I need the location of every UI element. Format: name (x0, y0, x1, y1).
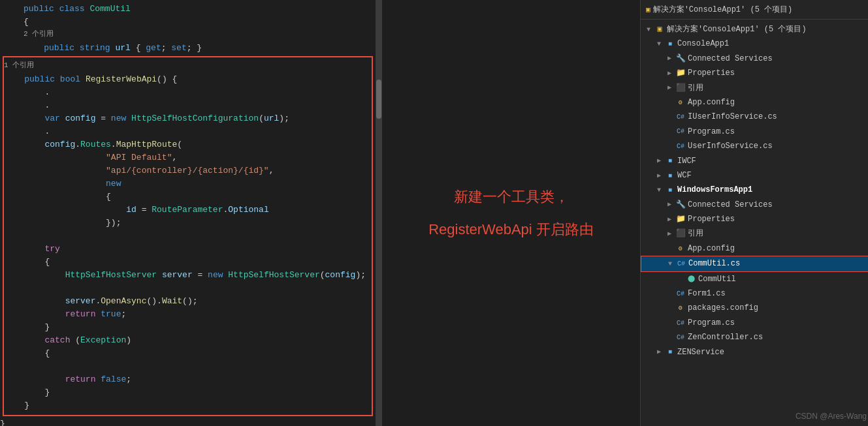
tree-item-properties2[interactable]: ▶ 📁 Properties (641, 212, 868, 226)
code-line: "api/{controller}/{action}/{id}", (4, 164, 372, 177)
ref1-label: 引用 (688, 82, 703, 95)
annotation-line1: 新建一个工具类， (454, 187, 569, 207)
tree-item-form1[interactable]: C# Form1.cs (641, 286, 868, 301)
form1-label: Form1.cs (688, 287, 726, 300)
cs-icon: C# (675, 141, 686, 152)
code-line: public string url { get; set; } (0, 42, 376, 55)
tree-item-solution[interactable]: ▼ ▣ 解决方案'ConsoleApp1' (5 个项目) (641, 22, 868, 37)
folder-icon: 📁 (675, 213, 686, 226)
expand-icon: ▼ (654, 185, 664, 196)
cs-icon: C# (675, 126, 686, 137)
properties1-label: Properties (688, 67, 735, 80)
config-icon: ⚙ (675, 303, 686, 314)
tree-item-connected1[interactable]: ▶ 🔧 Connected Services (641, 52, 868, 66)
code-line: 1 个引用 (4, 60, 372, 73)
expand-icon: ▼ (665, 258, 675, 269)
tree-item-iuserinfo[interactable]: C# IUserInfoService.cs (641, 110, 868, 124)
tree-item-appconfig1[interactable]: ⚙ App.config (641, 95, 868, 110)
tree-item-iwcf[interactable]: ▶ ■ IWCF (641, 154, 868, 168)
expand-icon: ▶ (664, 228, 675, 239)
tree-item-consoleapp1[interactable]: ▼ ■ ConsoleApp1 (641, 37, 868, 51)
tree-item-wcf[interactable]: ▶ ■ WCF (641, 168, 868, 183)
program2-label: Program.cs (688, 316, 735, 329)
code-line: config.Routes.MapHttpRoute( (4, 138, 372, 151)
code-line: public class CommUtil (0, 3, 376, 16)
scrollbar-track[interactable] (376, 0, 382, 426)
project-icon: ■ (664, 38, 676, 50)
expand-icon: ▶ (664, 82, 675, 93)
winforms-label: WindowsFormsApp1 (677, 183, 752, 196)
code-panel: public class CommUtil { 2 个引用 public str… (0, 0, 376, 426)
code-line: catch (Exception) (4, 334, 372, 347)
tree-item-properties1[interactable]: ▶ 📁 Properties (641, 66, 868, 80)
expand-icon: ▶ (654, 170, 664, 181)
cs-icon: C# (675, 288, 686, 299)
tree-item-ref1[interactable]: ▶ ⬛ 引用 (641, 81, 868, 95)
class-icon: ⬤ (685, 273, 697, 284)
solution-icon: ▣ (646, 5, 651, 14)
folder-icon: 📁 (675, 67, 686, 80)
connected1-label: Connected Services (688, 52, 773, 65)
code-line: } (0, 418, 376, 426)
packages-label: packages.config (688, 301, 758, 314)
code-line (4, 282, 372, 295)
tree-item-winforms[interactable]: ▼ ■ WindowsFormsApp1 (641, 183, 868, 197)
cs-icon: C# (675, 318, 686, 329)
scrollbar-thumb[interactable] (376, 80, 381, 119)
expand-icon: ▶ (654, 155, 664, 166)
project-icon: ■ (664, 170, 676, 181)
connected2-label: Connected Services (688, 198, 773, 211)
code-line: try (4, 243, 372, 256)
code-line (4, 360, 372, 373)
tree-item-zenservice[interactable]: ▶ ■ ZENService (641, 345, 868, 359)
tree-item-appconfig2[interactable]: ⚙ App.config (641, 241, 868, 256)
solution-label: 解决方案'ConsoleApp1' (5 个项目) (667, 23, 807, 36)
commutil-cs-label: CommUtil.cs (688, 257, 740, 270)
code-line: return false; (4, 373, 372, 386)
tree-item-commutil-cs[interactable]: ▼ C# CommUtil.cs (641, 256, 868, 271)
tree-item-connected2[interactable]: ▶ 🔧 Connected Services (641, 198, 868, 212)
properties2-label: Properties (688, 213, 735, 226)
explorer-header: ▣ 解决方案'ConsoleApp1' (5 个项目) (641, 0, 868, 20)
tree-item-program1[interactable]: C# Program.cs (641, 125, 868, 139)
code-line: { (4, 190, 372, 204)
code-line: "API Default", (4, 151, 372, 164)
program1-label: Program.cs (688, 125, 735, 138)
code-line: } (4, 399, 372, 412)
code-line: id = RouteParameter.Optional (4, 204, 372, 217)
code-line: new (4, 177, 372, 190)
consoleapp1-label: ConsoleApp1 (677, 37, 729, 50)
tree-item-commutil-cls[interactable]: ⬤ CommUtil (641, 272, 868, 286)
solution-icon: ▣ (654, 23, 666, 36)
code-line: HttpSelfHostServer server = new HttpSelf… (4, 269, 372, 282)
iwcf-label: IWCF (677, 155, 696, 168)
project-icon: ■ (664, 346, 676, 358)
wrench-icon: 🔧 (675, 198, 686, 211)
expand-icon: ▼ (654, 38, 664, 50)
zenservice-label: ZENService (677, 346, 724, 359)
appconfig1-label: App.config (688, 96, 735, 109)
project-icon: ■ (664, 185, 676, 196)
code-line: return true; (4, 308, 372, 321)
code-line: public bool RegisterWebApi() { (4, 73, 372, 86)
code-box: 1 个引用 public bool RegisterWebApi() { . .… (3, 56, 373, 416)
cs-icon: C# (675, 258, 687, 269)
tree-item-zencontroller[interactable]: C# ZenController.cs (641, 330, 868, 344)
tree-item-ref2[interactable]: ▶ ⬛ 引用 (641, 226, 868, 241)
watermark: CSDN @Ares-Wang (796, 412, 867, 421)
commutil-cls-label: CommUtil (698, 273, 736, 286)
code-line: } (4, 321, 372, 334)
config-icon: ⚙ (675, 97, 686, 108)
wrench-icon: 🔧 (675, 52, 686, 65)
code-line: server.OpenAsync().Wait(); (4, 295, 372, 308)
expand-icon: ▶ (654, 346, 664, 358)
tree-item-packages[interactable]: ⚙ packages.config (641, 301, 868, 315)
cs-icon: C# (675, 332, 686, 343)
tree-item-program2[interactable]: C# Program.cs (641, 316, 868, 330)
wcf-label: WCF (677, 169, 692, 182)
cs-icon: C# (675, 112, 686, 123)
code-line: var config = new HttpSelfHostConfigurati… (4, 112, 372, 125)
tree-item-userinfo[interactable]: C# UserInfoService.cs (641, 139, 868, 153)
tree-container: ▼ ▣ 解决方案'ConsoleApp1' (5 个项目) ▼ ■ Consol… (641, 20, 868, 362)
zencontroller-label: ZenController.cs (688, 331, 763, 344)
